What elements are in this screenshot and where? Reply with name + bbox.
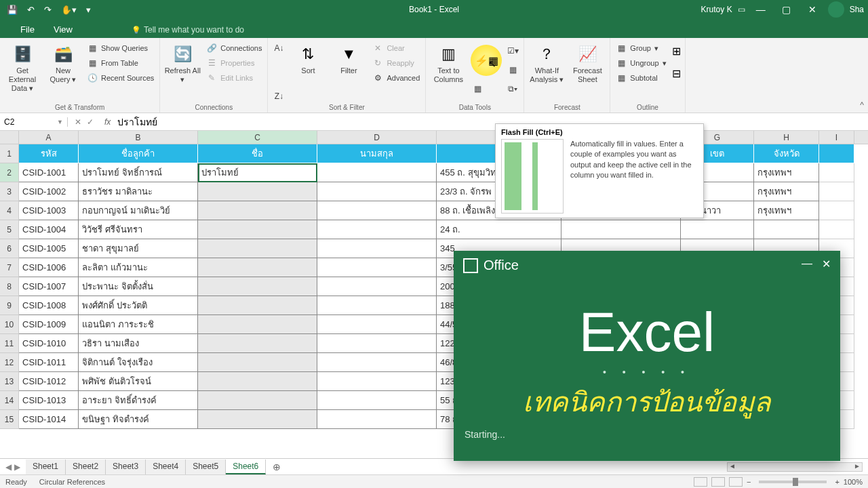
cell-A2[interactable]: CSID-1001 (19, 163, 79, 182)
cell-B14[interactable]: อาระยา จิทธิ์ดำรงค์ (79, 391, 198, 410)
cell-C9[interactable] (198, 296, 317, 315)
cell-G5[interactable] (681, 220, 754, 239)
cell-B11[interactable]: วธิรา นามเสือง (79, 334, 198, 353)
cell-D11[interactable] (317, 334, 437, 353)
cell-C11[interactable] (198, 334, 317, 353)
normal-view-button[interactable] (694, 477, 707, 487)
save-icon[interactable]: 💾 (7, 5, 18, 15)
cell-F5[interactable] (561, 220, 681, 239)
zoom-in-button[interactable]: + (835, 478, 839, 486)
cell-I3[interactable] (819, 182, 854, 201)
filter-button[interactable]: ▼ Filter (330, 41, 367, 102)
get-external-data-button[interactable]: 🗄️ Get External Data ▾ (4, 41, 41, 102)
row-header-9[interactable]: 9 (0, 296, 19, 315)
splash-minimize-button[interactable]: — (802, 258, 812, 273)
cell-reference-input[interactable] (4, 117, 45, 127)
cell-A1[interactable]: รหัส (19, 144, 79, 163)
user-avatar[interactable] (828, 1, 844, 18)
cell-C12[interactable] (198, 353, 317, 372)
cell-I4[interactable] (819, 201, 854, 220)
name-box[interactable]: ▼ (0, 117, 68, 127)
column-header-D[interactable]: D (317, 131, 437, 144)
cell-C8[interactable] (198, 277, 317, 296)
cell-H1[interactable]: จังหวัด (754, 144, 819, 163)
qat-customize-icon[interactable]: ▾ (86, 5, 91, 15)
undo-icon[interactable]: ↶ (27, 5, 35, 15)
column-header-C[interactable]: C (198, 131, 317, 144)
cell-B1[interactable]: ชื่อลูกค้า (79, 144, 198, 163)
row-header-5[interactable]: 5 (0, 220, 19, 239)
sheet-tab-sheet3[interactable]: Sheet3 (106, 460, 146, 474)
cell-B7[interactable]: ละลิตา แก้วมานะ (79, 258, 198, 277)
cell-D10[interactable] (317, 315, 437, 334)
cell-A6[interactable]: CSID-1005 (19, 239, 79, 258)
sheet-nav-last[interactable]: ▶ (14, 462, 20, 472)
row-header-8[interactable]: 8 (0, 277, 19, 296)
zoom-level[interactable]: 100% (844, 478, 863, 486)
tell-me-search[interactable]: Tell me what you want to do (126, 22, 250, 38)
ribbon-display-icon[interactable]: ▭ (738, 5, 745, 14)
cell-D15[interactable] (317, 410, 437, 429)
cell-A10[interactable]: CSID-1009 (19, 315, 79, 334)
advanced-button[interactable]: ⚙Advanced (371, 72, 421, 84)
cell-D13[interactable] (317, 372, 437, 391)
page-layout-view-button[interactable] (711, 477, 725, 487)
cell-H5[interactable] (754, 220, 819, 239)
cell-A11[interactable]: CSID-1010 (19, 334, 79, 353)
cell-A14[interactable]: CSID-1013 (19, 391, 79, 410)
group-button[interactable]: ▦Group ▾ (614, 42, 667, 54)
cell-D9[interactable] (317, 296, 437, 315)
sort-button[interactable]: ⇅ Sort (290, 41, 326, 102)
row-header-4[interactable]: 4 (0, 201, 19, 220)
row-header-3[interactable]: 3 (0, 182, 19, 201)
sheet-tab-sheet6[interactable]: Sheet6 (226, 460, 266, 474)
zoom-slider[interactable] (759, 481, 827, 483)
cell-D1[interactable]: นามสกุล (317, 144, 437, 163)
row-header-1[interactable]: 1 (0, 144, 19, 163)
add-sheet-button[interactable]: ⊕ (266, 462, 288, 472)
cell-I5[interactable] (819, 220, 854, 239)
row-header-15[interactable]: 15 (0, 410, 19, 429)
flash-fill-button[interactable]: ⚡▦ ↖ (471, 45, 502, 76)
relationships-button[interactable]: ⧉▾ (506, 83, 519, 95)
cell-A7[interactable]: CSID-1006 (19, 258, 79, 277)
sheet-nav-first[interactable]: ◀ (5, 462, 12, 472)
cell-D5[interactable] (317, 220, 437, 239)
row-header-14[interactable]: 14 (0, 391, 19, 410)
column-header-A[interactable]: A (19, 131, 79, 144)
data-validation-button[interactable]: ☑▾ (506, 45, 519, 57)
cell-B2[interactable]: ปราโมทย์ จิทธิ์การณ์ (79, 163, 198, 182)
cell-B12[interactable]: จิติกานต์ ใจรุ่งเรือง (79, 353, 198, 372)
what-if-button[interactable]: ？ What-If Analysis ▾ (528, 41, 565, 102)
subtotal-button[interactable]: ▦Subtotal (614, 72, 667, 84)
cell-C6[interactable] (198, 239, 317, 258)
cancel-formula-icon[interactable]: ✕ (75, 117, 81, 127)
touch-mode-icon[interactable]: ✋▾ (61, 5, 77, 15)
cell-D4[interactable] (317, 201, 437, 220)
enter-formula-icon[interactable]: ✓ (87, 117, 94, 127)
row-header-7[interactable]: 7 (0, 258, 19, 277)
collapse-ribbon-button[interactable]: ^ (860, 100, 864, 110)
text-to-columns-button[interactable]: ▥ Text to Columns (430, 41, 467, 102)
cell-E5[interactable]: 24 ถ. (437, 220, 561, 239)
fx-icon[interactable]: fx (100, 117, 115, 127)
cell-I1[interactable] (819, 144, 854, 163)
formula-input[interactable] (115, 117, 868, 127)
sheet-tab-sheet1[interactable]: Sheet1 (26, 460, 66, 474)
column-header-I[interactable]: I (819, 131, 854, 144)
maximize-button[interactable]: ▢ (776, 4, 797, 15)
cell-D3[interactable] (317, 182, 437, 201)
cell-A9[interactable]: CSID-1008 (19, 296, 79, 315)
cell-A8[interactable]: CSID-1007 (19, 277, 79, 296)
cell-A4[interactable]: CSID-1003 (19, 201, 79, 220)
chevron-down-icon[interactable]: ▼ (57, 119, 63, 125)
cell-B4[interactable]: กอบกาญจน์ มาเดินะวิย์ (79, 201, 198, 220)
sheet-tab-sheet5[interactable]: Sheet5 (186, 460, 226, 474)
from-table-button[interactable]: ▦From Table (85, 57, 155, 69)
cell-C14[interactable] (198, 391, 317, 410)
cell-B9[interactable]: พงศ์ศักดิ์ ประวัตติ (79, 296, 198, 315)
select-all-corner[interactable] (0, 131, 19, 144)
cell-B10[interactable]: แอนนิตา ภาระระชิ (79, 315, 198, 334)
cell-D6[interactable] (317, 239, 437, 258)
splash-close-button[interactable]: ✕ (822, 258, 831, 273)
